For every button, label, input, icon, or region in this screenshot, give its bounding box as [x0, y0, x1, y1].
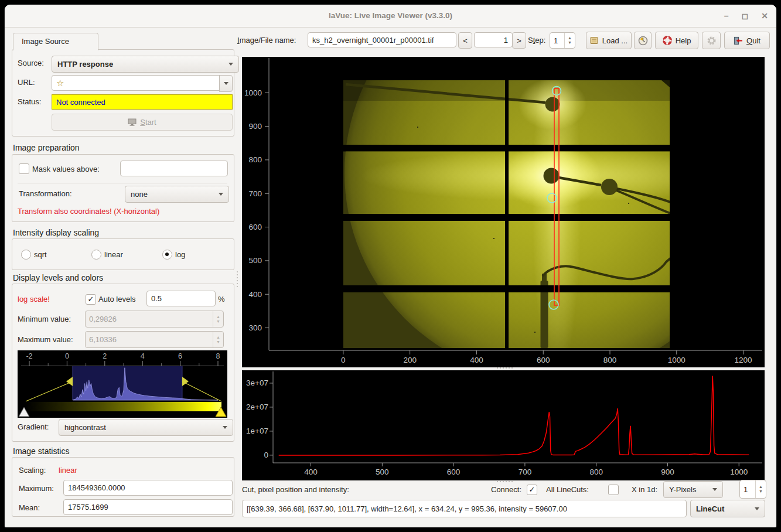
plot-splitter-handle[interactable]: [497, 367, 513, 369]
chevron-down-icon: [223, 426, 227, 429]
gradient-combo[interactable]: highcontrast: [59, 419, 233, 436]
transformation-label: Transformation:: [19, 189, 72, 198]
svg-text:500: 500: [248, 256, 262, 265]
svg-text:6: 6: [178, 352, 182, 360]
transformation-combo[interactable]: none: [125, 186, 229, 203]
favorite-star-icon[interactable]: ☆: [56, 78, 64, 88]
spin-arrows-icon[interactable]: ▲▼: [213, 332, 223, 347]
log-scale-note: log scale!: [18, 295, 50, 303]
svg-text:400: 400: [470, 356, 483, 364]
radio-linear-label: linear: [104, 250, 123, 259]
svg-text:900: 900: [248, 122, 262, 131]
linecut-profile-plot[interactable]: 01e+072e+073e+074005006007008009001000: [242, 370, 765, 480]
mask-checkbox[interactable]: [19, 163, 29, 174]
linecut-count-spinbox[interactable]: 1 ▲▼: [739, 480, 766, 499]
source-combo-value: HTTP response: [57, 60, 225, 69]
minimum-value: 0,29826: [86, 311, 213, 327]
svg-text:800: 800: [248, 155, 262, 164]
url-dropdown-button[interactable]: [219, 75, 233, 92]
bottom-splitter-handle[interactable]: [497, 481, 513, 482]
chevron-down-icon: [712, 488, 717, 491]
step-label: Step:: [528, 36, 545, 45]
titlebar[interactable]: laVue: Live Image Viewer (v3.3.0) – ◻ ✕: [5, 5, 776, 28]
panel-splitter-handle[interactable]: [237, 271, 238, 287]
step-value: 1: [550, 33, 564, 48]
levels-heading: Display levels and colors: [13, 273, 103, 282]
exit-door-icon: [734, 36, 743, 45]
mean-stat-field[interactable]: 17575.1699: [63, 499, 233, 515]
radio-sqrt[interactable]: [21, 250, 31, 260]
file-name-value: ks_h2_overnight_00001r_p00001.tif: [312, 36, 434, 45]
transformation-value: none: [131, 190, 215, 199]
auto-levels-checkbox[interactable]: [86, 294, 96, 305]
connect-checkbox[interactable]: [527, 485, 537, 495]
levels-histogram-widget[interactable]: -202468: [18, 350, 227, 418]
previous-frame-button[interactable]: <: [458, 32, 472, 49]
start-button-label: Start: [140, 118, 156, 127]
clock-icon: [638, 36, 648, 46]
step-spinbox[interactable]: 1 ▲▼: [550, 32, 575, 49]
spin-arrows-icon[interactable]: ▲▼: [564, 33, 575, 48]
cut-info-field[interactable]: [[639.39, 366.68], [637.90, 1011.77], wi…: [242, 500, 687, 517]
minimum-spinbox[interactable]: 0,29826 ▲▼: [85, 311, 224, 328]
svg-text:1000: 1000: [668, 356, 685, 364]
help-button-label: Help: [676, 36, 691, 45]
tab-image-source[interactable]: Image Source: [13, 33, 98, 50]
gradient-bar: [26, 402, 221, 411]
settings-button[interactable]: [702, 32, 721, 49]
auto-levels-input[interactable]: 0.5: [146, 291, 216, 306]
svg-text:1000: 1000: [244, 88, 262, 97]
timer-button[interactable]: [634, 32, 652, 49]
quit-button[interactable]: Quit: [724, 32, 770, 49]
url-input[interactable]: ☆: [52, 75, 228, 91]
auto-levels-label: Auto levels: [98, 295, 136, 303]
spin-arrows-icon[interactable]: ▲▼: [213, 311, 223, 327]
help-button[interactable]: Help: [655, 32, 698, 49]
connect-label: Connect:: [491, 485, 521, 494]
mask-label: Mask values above:: [32, 165, 100, 173]
svg-text:2: 2: [103, 352, 107, 360]
source-combo[interactable]: HTTP response: [52, 56, 239, 73]
tool-combo[interactable]: LineCut: [690, 500, 765, 517]
beamstop-main: [544, 168, 560, 184]
radio-log[interactable]: [162, 250, 172, 260]
all-linecuts-label: All LineCuts:: [546, 485, 589, 494]
maximum-spinbox[interactable]: 6,10336 ▲▼: [85, 331, 224, 348]
start-button[interactable]: Start: [52, 114, 233, 131]
chevron-down-icon: [219, 193, 223, 196]
cut-info-value: [[639.39, 366.68], [637.90, 1011.77], wi…: [247, 504, 567, 513]
detector-image-canvas[interactable]: 3004005006007008009001000020040060080010…: [242, 57, 765, 367]
svg-text:-2: -2: [26, 352, 32, 360]
radio-linear[interactable]: [91, 250, 101, 260]
load-button[interactable]: Load ...: [586, 32, 632, 49]
app-window: laVue: Live Image Viewer (v3.3.0) – ◻ ✕ …: [5, 5, 776, 527]
frame-number-input[interactable]: 1: [474, 32, 513, 47]
window-title: laVue: Live Image Viewer (v3.3.0): [329, 11, 452, 20]
file-name-input[interactable]: ks_h2_overnight_00001r_p00001.tif: [308, 32, 456, 47]
svg-text:400: 400: [304, 468, 318, 476]
spin-arrows-icon[interactable]: ▲▼: [755, 480, 766, 498]
separator: [18, 183, 227, 183]
linecut-count-value: 1: [740, 480, 755, 498]
svg-text:700: 700: [519, 468, 532, 476]
monitor-icon: [128, 118, 137, 126]
x-in-1d-combo[interactable]: Y-Pixels: [663, 481, 723, 498]
maximum-stat-value: 184549360.0000: [68, 483, 125, 492]
gradient-value: highcontrast: [64, 423, 219, 432]
svg-text:700: 700: [248, 189, 262, 198]
minimize-icon[interactable]: –: [724, 12, 729, 20]
mask-input[interactable]: [120, 161, 228, 176]
scaling-label: Scaling:: [19, 466, 46, 475]
source-label: Source:: [18, 59, 44, 67]
maximum-stat-field[interactable]: 184549360.0000: [63, 480, 233, 496]
next-frame-button[interactable]: >: [512, 32, 526, 49]
maximize-icon[interactable]: ◻: [742, 12, 749, 20]
svg-text:900: 900: [661, 468, 674, 476]
auto-levels-value: 0.5: [151, 294, 162, 303]
all-linecuts-checkbox[interactable]: [608, 485, 619, 495]
maximum-value: 6,10336: [86, 332, 213, 347]
maximum-label: Maximum value:: [18, 335, 73, 344]
close-icon[interactable]: ✕: [761, 12, 768, 20]
url-label: URL:: [18, 78, 35, 87]
svg-text:600: 600: [248, 223, 262, 231]
